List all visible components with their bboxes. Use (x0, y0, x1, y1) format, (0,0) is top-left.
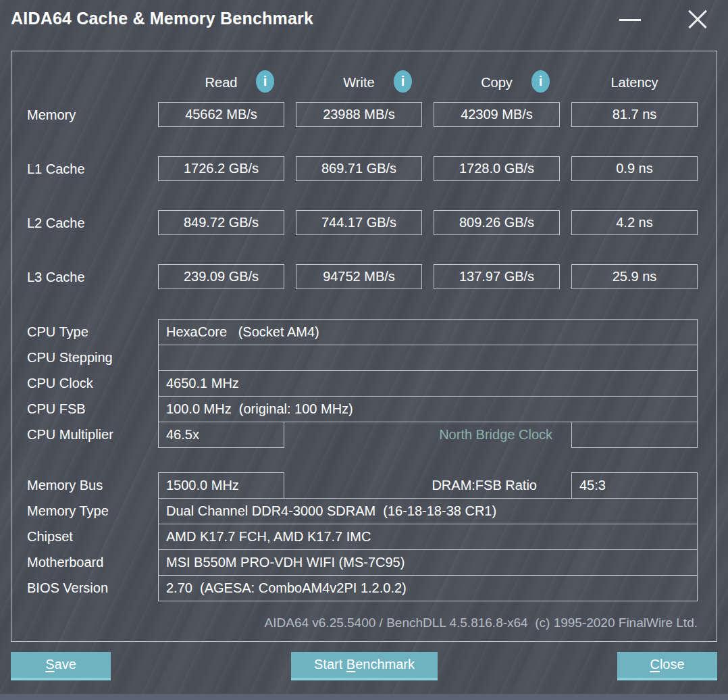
l2-write-value: 744.17 GB/s (296, 210, 422, 235)
row-label-l3-cache: L3 Cache (27, 264, 85, 290)
start-benchmark-button-label: Start Benchmark (314, 657, 415, 672)
info-icon[interactable]: i (531, 70, 550, 93)
l2-read-value: 849.72 GB/s (158, 210, 284, 235)
north-bridge-clock-label: North Bridge Clock (296, 422, 552, 448)
l2-latency-value: 4.2 ns (571, 210, 698, 235)
memory-read-value: 45662 MB/s (158, 102, 284, 127)
row-label-cpu-clock: CPU Clock (27, 370, 93, 396)
row-label-cpu-stepping: CPU Stepping (27, 345, 113, 370)
memory-type-value: Dual Channel DDR4-3000 SDRAM (16-18-18-3… (158, 498, 698, 524)
info-icon[interactable]: i (394, 70, 412, 93)
l1-copy-value: 1728.0 GB/s (434, 156, 560, 181)
cpu-fsb-value: 100.0 MHz (original: 100 MHz) (158, 396, 698, 422)
row-label-l2-cache: L2 Cache (27, 210, 85, 236)
start-benchmark-button[interactable]: Start Benchmark (291, 652, 438, 680)
minimize-icon[interactable] (613, 4, 646, 34)
chipset-value: AMD K17.7 FCH, AMD K17.7 IMC (158, 524, 698, 550)
window-bottom-edge (0, 694, 728, 700)
row-label-memory-bus: Memory Bus (27, 472, 103, 498)
l3-read-value: 239.09 GB/s (158, 264, 284, 289)
row-label-memory-type: Memory Type (27, 498, 109, 524)
row-label-l1-cache: L1 Cache (27, 156, 85, 182)
aida64-window: AIDA64 Cache & Memory Benchmark Read Wri… (0, 0, 728, 700)
version-text: AIDA64 v6.25.5400 / BenchDLL 4.5.816.8-x… (158, 610, 698, 636)
row-label-cpu-fsb: CPU FSB (27, 396, 86, 422)
l2-copy-value: 809.26 GB/s (434, 210, 560, 235)
bios-version-value: 2.70 (AGESA: ComboAM4v2PI 1.2.0.2) (158, 575, 698, 601)
dram-fsb-ratio-label: DRAM:FSB Ratio (296, 472, 537, 499)
motherboard-value: MSI B550M PRO-VDH WIFI (MS-7C95) (158, 549, 698, 576)
cpu-multiplier-value: 46.5x (158, 422, 284, 448)
memory-copy-value: 42309 MB/s (434, 102, 560, 127)
close-button-label: Close (650, 657, 684, 672)
cpu-type-value: HexaCore (Socket AM4) (158, 319, 698, 345)
row-label-motherboard: Motherboard (27, 549, 103, 575)
row-label-bios-version: BIOS Version (27, 575, 108, 601)
l3-copy-value: 137.97 GB/s (434, 264, 560, 289)
info-icon[interactable]: i (256, 70, 274, 93)
row-label-memory: Memory (27, 102, 76, 128)
window-title: AIDA64 Cache & Memory Benchmark (11, 9, 313, 28)
memory-bus-value: 1500.0 MHz (158, 472, 284, 499)
dram-fsb-ratio-value: 45:3 (571, 472, 698, 499)
cpu-clock-value: 4650.1 MHz (158, 370, 698, 397)
l3-latency-value: 25.9 ns (571, 264, 698, 289)
l3-write-value: 94752 MB/s (296, 264, 422, 289)
row-label-chipset: Chipset (27, 524, 73, 549)
close-icon[interactable] (681, 4, 713, 34)
memory-write-value: 23988 MB/s (296, 102, 422, 127)
north-bridge-clock-value (571, 422, 698, 448)
close-button[interactable]: Close (617, 652, 717, 680)
row-label-cpu-type: CPU Type (27, 319, 88, 345)
row-label-cpu-multiplier: CPU Multiplier (27, 422, 113, 447)
l1-read-value: 1726.2 GB/s (158, 156, 284, 181)
column-header-latency: Latency (571, 72, 698, 93)
l1-latency-value: 0.9 ns (571, 156, 698, 181)
save-button-label: Save (45, 657, 76, 672)
memory-latency-value: 81.7 ns (571, 102, 698, 127)
cpu-stepping-value (158, 345, 698, 371)
save-button[interactable]: Save (11, 652, 111, 680)
l1-write-value: 869.71 GB/s (296, 156, 422, 181)
